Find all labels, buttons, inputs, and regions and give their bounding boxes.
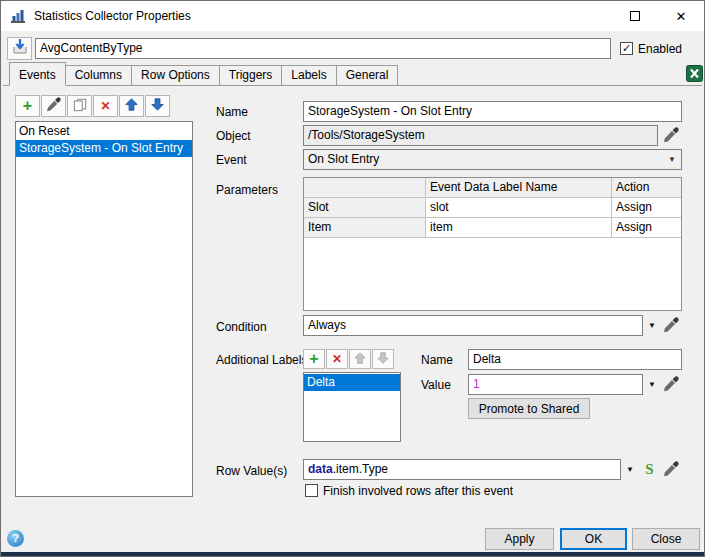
- window-bottom-edge: [1, 552, 704, 557]
- list-item[interactable]: StorageSystem - On Slot Entry: [16, 140, 192, 157]
- parameters-header-row: Event Data Label Name Action: [304, 178, 681, 198]
- apply-button[interactable]: Apply: [485, 528, 554, 550]
- check-icon: ✓: [622, 42, 631, 54]
- label-value-sampler-button[interactable]: [663, 376, 681, 394]
- copy-icon: [73, 98, 87, 115]
- additional-labels-label: Additional Labels: [216, 353, 307, 367]
- statistics-collector-icon: [10, 8, 26, 24]
- additional-labels-list: Delta: [303, 372, 401, 442]
- delete-icon: ✕: [332, 352, 342, 366]
- list-item[interactable]: Delta: [304, 374, 400, 391]
- plus-icon: +: [23, 99, 32, 113]
- sample-event-button[interactable]: [41, 95, 66, 117]
- param-row-label-cell[interactable]: slot: [426, 198, 612, 218]
- condition-sampler-button[interactable]: [663, 317, 681, 335]
- dropdown-icon: ▼: [648, 380, 656, 389]
- parameters-table: Event Data Label Name Action Slot slot A…: [303, 177, 682, 311]
- drag-insert-button[interactable]: [7, 37, 32, 60]
- add-event-button[interactable]: +: [15, 95, 40, 117]
- add-label-button[interactable]: +: [303, 349, 325, 369]
- delete-icon: ✕: [100, 99, 110, 113]
- help-button[interactable]: ?: [7, 530, 24, 547]
- row-values-input[interactable]: data.item.Type: [303, 459, 621, 480]
- tab-general[interactable]: General: [336, 65, 399, 86]
- dropdown-icon: ▼: [626, 465, 634, 474]
- events-list: On Reset StorageSystem - On Slot Entry: [15, 121, 193, 497]
- dropdown-icon: ▼: [648, 321, 656, 330]
- tab-events[interactable]: Events: [9, 62, 66, 86]
- delete-event-button[interactable]: ✕: [93, 95, 118, 117]
- label-value-label: Value: [421, 378, 451, 392]
- arrow-down-icon: [151, 98, 164, 114]
- tab-labels[interactable]: Labels: [281, 65, 336, 86]
- row-values-rest: .item.Type: [333, 462, 388, 476]
- event-name-input[interactable]: StorageSystem - On Slot Entry: [303, 101, 682, 122]
- param-header-action: Action: [612, 178, 681, 198]
- object-input[interactable]: /Tools/StorageSystem: [303, 125, 658, 146]
- flexscript-toggle-button[interactable]: S: [641, 460, 658, 478]
- tab-columns[interactable]: Columns: [65, 65, 132, 86]
- row-values-dropdown-button[interactable]: ▼: [622, 459, 638, 480]
- drag-insert-icon: [11, 38, 29, 59]
- finish-rows-checkbox[interactable]: [305, 484, 318, 497]
- list-item[interactable]: On Reset: [16, 123, 192, 140]
- object-label: Object: [216, 129, 251, 143]
- param-row-name: Slot: [304, 198, 426, 218]
- titlebar: Statistics Collector Properties ✕: [1, 1, 704, 31]
- condition-dropdown-button[interactable]: ▼: [644, 315, 660, 336]
- arrow-up-icon: [125, 98, 138, 114]
- tab-bar: Events Columns Row Options Triggers Labe…: [9, 62, 397, 86]
- promote-to-shared-button[interactable]: Promote to Shared: [468, 398, 590, 419]
- enabled-checkbox[interactable]: ✓: [620, 42, 633, 55]
- window-title: Statistics Collector Properties: [34, 9, 191, 23]
- table-row: Item item Assign: [304, 218, 681, 238]
- parameters-label: Parameters: [216, 183, 278, 197]
- statistics-collector-properties-window: Statistics Collector Properties ✕ AvgCon…: [0, 0, 705, 557]
- name-label: Name: [216, 105, 248, 119]
- arrow-down-icon: [377, 352, 389, 367]
- excel-export-button[interactable]: [685, 65, 704, 84]
- eyedropper-icon: [46, 97, 61, 115]
- object-sampler-button[interactable]: [663, 127, 681, 145]
- excel-icon: [686, 65, 703, 85]
- delete-label-button[interactable]: ✕: [326, 349, 348, 369]
- combo-arrow-icon: ▼: [668, 150, 676, 169]
- param-row-action-cell[interactable]: Assign: [612, 198, 681, 218]
- label-value-dropdown-button[interactable]: ▼: [644, 374, 660, 395]
- enabled-label: Enabled: [638, 42, 682, 56]
- close-icon: ✕: [676, 9, 687, 24]
- arrow-up-icon: [354, 352, 366, 367]
- move-event-down-button[interactable]: [145, 95, 170, 117]
- label-value-input[interactable]: 1: [468, 374, 643, 395]
- event-combobox-value: On Slot Entry: [308, 152, 379, 166]
- move-event-up-button[interactable]: [119, 95, 144, 117]
- param-row-name: Item: [304, 218, 426, 238]
- event-label: Event: [216, 153, 247, 167]
- label-name-input[interactable]: Delta: [468, 349, 682, 370]
- param-header-event-data-label: Event Data Label Name: [426, 178, 612, 198]
- row-values-sampler-button[interactable]: [663, 461, 681, 479]
- condition-input[interactable]: Always: [303, 315, 643, 336]
- label-name-label: Name: [421, 353, 453, 367]
- maximize-icon: [630, 11, 640, 21]
- row-values-keyword: data: [308, 462, 333, 476]
- param-row-action-cell[interactable]: Assign: [612, 218, 681, 238]
- finish-rows-label: Finish involved rows after this event: [323, 484, 513, 498]
- move-label-up-button[interactable]: [349, 349, 371, 369]
- maximize-button[interactable]: [612, 1, 658, 31]
- move-label-down-button[interactable]: [372, 349, 394, 369]
- condition-label: Condition: [216, 320, 267, 334]
- tab-triggers[interactable]: Triggers: [219, 65, 283, 86]
- tab-row-options[interactable]: Row Options: [131, 65, 220, 86]
- ok-button[interactable]: OK: [560, 528, 627, 550]
- row-values-label: Row Value(s): [216, 464, 287, 478]
- close-button[interactable]: ✕: [658, 1, 704, 31]
- param-header-blank: [304, 178, 426, 198]
- collector-name-input[interactable]: AvgContentByType: [35, 38, 611, 59]
- param-row-label-cell[interactable]: item: [426, 218, 612, 238]
- event-combobox[interactable]: On Slot Entry ▼: [303, 149, 682, 170]
- copy-event-button[interactable]: [67, 95, 92, 117]
- table-row: Slot slot Assign: [304, 198, 681, 218]
- close-dialog-button[interactable]: Close: [632, 528, 700, 550]
- plus-icon: +: [309, 352, 318, 366]
